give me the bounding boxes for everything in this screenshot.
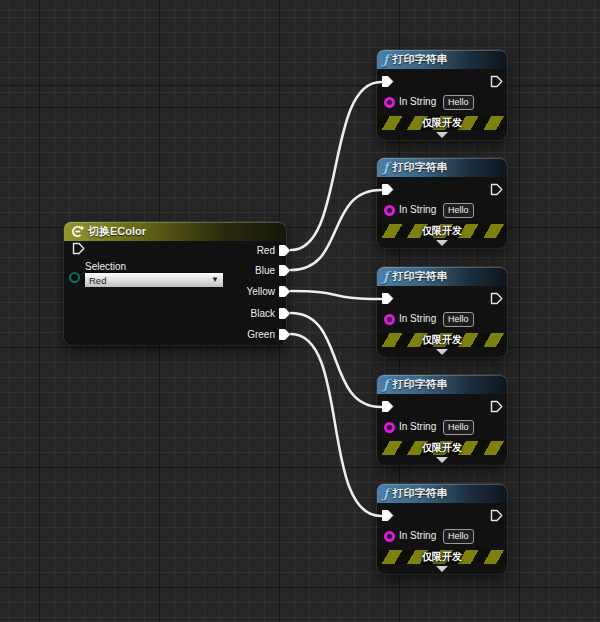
in-string-label: In String bbox=[399, 421, 436, 432]
print-string-node-4[interactable]: ƒ 打印字符串 In String Hello 仅限开发 bbox=[377, 375, 507, 465]
in-string-value-field[interactable]: Hello bbox=[443, 420, 474, 435]
print-node-header[interactable]: ƒ 打印字符串 bbox=[377, 50, 507, 69]
output-pin-row-red[interactable]: Red bbox=[257, 242, 291, 258]
output-pin-row-green[interactable]: Green bbox=[247, 326, 291, 342]
print-node-header[interactable]: ƒ 打印字符串 bbox=[377, 375, 507, 394]
print-node-title: 打印字符串 bbox=[393, 486, 448, 501]
in-string-label: In String bbox=[399, 530, 436, 541]
output-pin-label: Red bbox=[257, 245, 275, 256]
exec-out-pin[interactable] bbox=[490, 400, 503, 413]
function-icon: ƒ bbox=[383, 378, 389, 391]
print-node-header[interactable]: ƒ 打印字符串 bbox=[377, 267, 507, 286]
in-string-value-field[interactable]: Hello bbox=[443, 95, 474, 110]
output-pin-label: Yellow bbox=[246, 286, 275, 297]
in-string-pin[interactable] bbox=[384, 205, 395, 216]
print-node-title: 打印字符串 bbox=[393, 160, 448, 175]
development-only-label: 仅限开发 bbox=[422, 116, 462, 130]
print-node-title: 打印字符串 bbox=[393, 377, 448, 392]
output-pin-label: Blue bbox=[255, 265, 275, 276]
exec-in-pin[interactable] bbox=[381, 75, 394, 88]
switch-node-title: 切换EColor bbox=[88, 224, 146, 239]
development-only-banner: 仅限开发 bbox=[377, 441, 507, 455]
exec-out-pin[interactable] bbox=[490, 292, 503, 305]
in-string-pin[interactable] bbox=[384, 97, 395, 108]
in-string-value-field[interactable]: Hello bbox=[443, 529, 474, 544]
exec-out-pin[interactable] bbox=[490, 183, 503, 196]
exec-out-pin-green[interactable] bbox=[278, 328, 291, 341]
print-node-title: 打印字符串 bbox=[393, 52, 448, 67]
development-only-banner: 仅限开发 bbox=[377, 333, 507, 347]
development-only-label: 仅限开发 bbox=[422, 550, 462, 564]
development-only-banner: 仅限开发 bbox=[377, 116, 507, 130]
selection-dropdown[interactable]: Red ▼ bbox=[84, 272, 224, 288]
print-string-node-3[interactable]: ƒ 打印字符串 In String Hello 仅限开发 bbox=[377, 267, 507, 357]
exec-out-pin[interactable] bbox=[490, 75, 503, 88]
function-icon: ƒ bbox=[383, 270, 389, 283]
switch-icon bbox=[70, 225, 84, 238]
switch-node-header[interactable]: 切换EColor bbox=[64, 222, 286, 241]
exec-in-pin[interactable] bbox=[72, 242, 85, 255]
exec-in-pin[interactable] bbox=[381, 400, 394, 413]
in-string-label: In String bbox=[399, 204, 436, 215]
advanced-expander-icon[interactable] bbox=[436, 132, 448, 138]
exec-out-pin-black[interactable] bbox=[278, 307, 291, 320]
print-node-title: 打印字符串 bbox=[393, 269, 448, 284]
print-string-node-5[interactable]: ƒ 打印字符串 In String Hello 仅限开发 bbox=[377, 484, 507, 574]
function-icon: ƒ bbox=[383, 53, 389, 66]
advanced-expander-icon[interactable] bbox=[436, 240, 448, 246]
output-pin-row-blue[interactable]: Blue bbox=[255, 262, 291, 278]
development-only-label: 仅限开发 bbox=[422, 441, 462, 455]
advanced-expander-icon[interactable] bbox=[436, 457, 448, 463]
selection-label: Selection bbox=[85, 261, 126, 272]
exec-out-pin-blue[interactable] bbox=[278, 264, 291, 277]
function-icon: ƒ bbox=[383, 161, 389, 174]
output-pin-label: Green bbox=[247, 329, 275, 340]
dropdown-arrow-icon: ▼ bbox=[211, 276, 219, 284]
in-string-value-field[interactable]: Hello bbox=[443, 312, 474, 327]
exec-in-pin[interactable] bbox=[381, 183, 394, 196]
selection-enum-pin[interactable] bbox=[69, 272, 80, 283]
in-string-value-field[interactable]: Hello bbox=[443, 203, 474, 218]
output-pin-row-black[interactable]: Black bbox=[251, 305, 291, 321]
in-string-label: In String bbox=[399, 96, 436, 107]
selection-dropdown-value: Red bbox=[89, 275, 106, 286]
print-string-node-2[interactable]: ƒ 打印字符串 In String Hello 仅限开发 bbox=[377, 158, 507, 248]
print-node-header[interactable]: ƒ 打印字符串 bbox=[377, 484, 507, 503]
in-string-pin[interactable] bbox=[384, 314, 395, 325]
exec-out-pin-red[interactable] bbox=[278, 244, 291, 257]
in-string-label: In String bbox=[399, 313, 436, 324]
function-icon: ƒ bbox=[383, 487, 389, 500]
output-pin-label: Black bbox=[251, 308, 275, 319]
exec-in-pin[interactable] bbox=[381, 509, 394, 522]
in-string-pin[interactable] bbox=[384, 531, 395, 542]
development-only-banner: 仅限开发 bbox=[377, 550, 507, 564]
in-string-pin[interactable] bbox=[384, 422, 395, 433]
development-only-banner: 仅限开发 bbox=[377, 224, 507, 238]
development-only-label: 仅限开发 bbox=[422, 333, 462, 347]
switch-ecolor-node[interactable]: 切换EColor Selection Red ▼ Red Blue Yellow… bbox=[64, 222, 286, 345]
development-only-label: 仅限开发 bbox=[422, 224, 462, 238]
output-pin-row-yellow[interactable]: Yellow bbox=[246, 283, 291, 299]
advanced-expander-icon[interactable] bbox=[436, 566, 448, 572]
print-string-node-1[interactable]: ƒ 打印字符串 In String Hello 仅限开发 bbox=[377, 50, 507, 140]
exec-out-pin-yellow[interactable] bbox=[278, 285, 291, 298]
exec-out-pin[interactable] bbox=[490, 509, 503, 522]
print-node-header[interactable]: ƒ 打印字符串 bbox=[377, 158, 507, 177]
exec-in-pin[interactable] bbox=[381, 292, 394, 305]
advanced-expander-icon[interactable] bbox=[436, 349, 448, 355]
